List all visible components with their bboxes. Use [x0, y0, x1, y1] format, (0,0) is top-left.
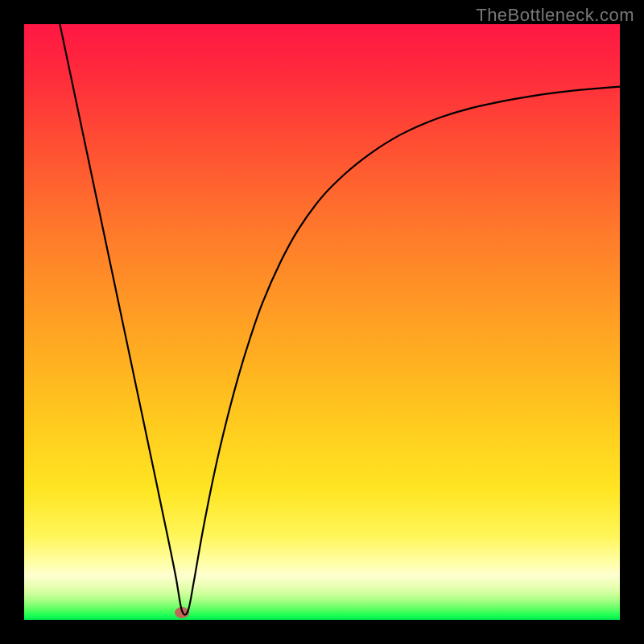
- gradient-background: [24, 24, 620, 620]
- watermark-text: TheBottleneck.com: [476, 5, 634, 26]
- plot-area: [24, 24, 620, 620]
- chart-frame: TheBottleneck.com: [0, 0, 644, 644]
- plot-svg: [24, 24, 620, 620]
